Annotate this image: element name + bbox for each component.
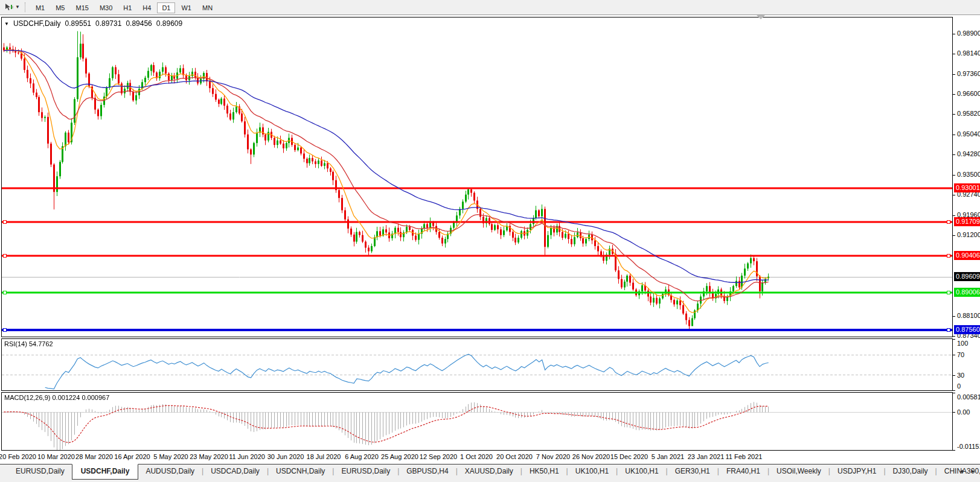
- macd-canvas[interactable]: [2, 393, 952, 450]
- date-axis-label: 18 Jul 2020: [307, 453, 341, 460]
- date-axis-label: 11 Feb 2021: [726, 453, 763, 460]
- chart-tab-fra40-h1[interactable]: FRA40,H1: [719, 465, 767, 478]
- chart-collapse-icon[interactable]: ▼: [4, 21, 9, 27]
- chart-tab-dj30-daily[interactable]: DJ30,Daily: [886, 465, 935, 478]
- chart-shift-marker-icon[interactable]: [757, 15, 765, 19]
- date-axis-label: 7 Nov 2020: [536, 453, 570, 460]
- axis-tick-mark: [953, 135, 955, 135]
- price-chart-canvas[interactable]: [2, 17, 952, 337]
- timeframe-button-w1[interactable]: W1: [176, 2, 196, 13]
- timeframe-button-d1[interactable]: D1: [157, 2, 175, 13]
- date-axis-label: 30 Jun 2020: [267, 453, 304, 460]
- chart-tab-uk100-h1[interactable]: UK100,H1: [618, 465, 665, 478]
- axis-tick-mark: [953, 54, 955, 54]
- axis-tick-mark: [953, 390, 955, 391]
- price-axis-label: 0.95040: [957, 130, 980, 138]
- price-axis-label: 0.91200: [957, 231, 980, 238]
- mt4-window: ▼ M1M5M15M30H1H4D1W1MN ▼ USDCHF,Daily 0.…: [0, 0, 980, 482]
- level-price-badge: 0.91709: [954, 217, 980, 226]
- chart-tab-hk50-h1[interactable]: HK50,H1: [522, 465, 566, 478]
- dropdown-arrow-icon[interactable]: ▼: [15, 5, 20, 10]
- axis-tick-mark: [953, 450, 955, 451]
- axis-tick-mark: [953, 393, 955, 393]
- tab-scroll-right-icon[interactable]: ►: [970, 468, 978, 474]
- price-axis-label: 0.98140: [957, 49, 980, 57]
- price-axis[interactable]: 0.989000.981400.973600.966000.958200.950…: [953, 0, 980, 463]
- macd-indicator-label: MACD(12,26,9) 0.001224 0.000967: [4, 394, 109, 401]
- date-axis-label: 5 Jan 2021: [652, 453, 684, 460]
- timeframe-button-m1[interactable]: M1: [31, 2, 50, 13]
- chart-cursor-tool[interactable]: ▼: [2, 2, 22, 12]
- rsi-axis-label: 0: [957, 382, 961, 390]
- rsi-indicator-panel[interactable]: [1, 338, 953, 391]
- chart-tab-usdcad-daily[interactable]: USDCAD,Daily: [203, 465, 267, 478]
- price-axis-label: 0.96600: [957, 90, 980, 97]
- chart-symbol-label: USDCHF,Daily: [13, 19, 61, 28]
- price-axis-label: 0.88100: [957, 312, 980, 319]
- rsi-axis-label: 70: [957, 351, 964, 358]
- date-axis-label: 23 May 2020: [190, 453, 228, 460]
- axis-tick-mark: [953, 215, 955, 216]
- rsi-indicator-label: RSI(14) 54.7762: [4, 340, 53, 347]
- rsi-axis-label: 30: [957, 372, 964, 379]
- rsi-canvas[interactable]: [2, 339, 952, 390]
- axis-tick-mark: [953, 412, 955, 413]
- axis-tick-mark: [953, 34, 955, 34]
- ohlc-open: 0.89551: [65, 19, 91, 28]
- axis-tick-mark: [953, 316, 955, 317]
- ohlc-low: 0.89456: [126, 19, 152, 28]
- price-axis-label: 0.98900: [957, 30, 980, 37]
- axis-tick-mark: [953, 154, 955, 155]
- current-price-badge: 0.89609: [954, 272, 980, 281]
- timeframe-button-m5[interactable]: M5: [51, 2, 69, 13]
- timeframe-button-m30[interactable]: M30: [95, 2, 117, 13]
- ohlc-close: 0.89609: [156, 19, 182, 28]
- date-axis-label: 16 Apr 2020: [114, 453, 150, 460]
- tab-scroll-arrows: ◄ ►: [959, 468, 978, 474]
- chart-tab-audusd-daily[interactable]: AUDUSD,Daily: [138, 465, 202, 478]
- price-axis-label: 0.94280: [957, 150, 980, 157]
- chart-tab-xauusd-daily[interactable]: XAUUSD,Daily: [458, 465, 520, 478]
- level-price-badge: 0.93001: [954, 183, 980, 192]
- chart-tab-eurusd-daily[interactable]: EURUSD,Daily: [334, 465, 397, 478]
- chart-tab-bar: EURUSD,DailyUSDCHF,DailyAUDUSD,Daily|USD…: [0, 464, 980, 482]
- date-axis-label: 20 Feb 2020: [0, 453, 36, 460]
- date-axis-label: 11 Jun 2020: [229, 453, 265, 460]
- chart-tab-gbpusd-h4[interactable]: GBPUSD,H4: [399, 465, 455, 478]
- date-axis-label: 20 Oct 2020: [496, 453, 533, 460]
- chart-tab-usdcnh-daily[interactable]: USDCNH,Daily: [269, 465, 332, 478]
- chart-tab-eurusd-daily[interactable]: EURUSD,Daily: [8, 465, 72, 478]
- level-price-badge: 0.90406: [954, 251, 980, 260]
- axis-tick-mark: [953, 175, 955, 176]
- axis-tick-mark: [953, 375, 955, 376]
- rsi-axis-label: 100: [957, 340, 968, 347]
- price-axis-label: 0.95820: [957, 110, 980, 117]
- chart-tab-usoil-weekly[interactable]: USOil,Weekly: [769, 465, 828, 478]
- chart-cursor-icon: [4, 3, 14, 11]
- level-price-badge: 0.87560: [954, 325, 980, 334]
- date-axis-label: 1 Oct 2020: [460, 453, 493, 460]
- ohlc-high: 0.89731: [95, 19, 121, 28]
- chart-tab-uk100-h1[interactable]: UK100,H1: [568, 465, 616, 478]
- chart-tab-usdjpy-h1[interactable]: USDJPY,H1: [830, 465, 883, 478]
- timeframe-toolbar: ▼ M1M5M15M30H1H4D1W1MN: [0, 0, 980, 15]
- chart-tab-ger30-h1[interactable]: GER30,H1: [668, 465, 717, 478]
- price-axis-label: 0.97360: [957, 70, 980, 77]
- timeframe-button-mn[interactable]: MN: [197, 2, 217, 13]
- tab-scroll-left-icon[interactable]: ◄: [959, 468, 967, 474]
- macd-indicator-panel[interactable]: [1, 392, 953, 451]
- axis-tick-mark: [953, 195, 955, 195]
- price-chart-panel[interactable]: [1, 17, 953, 337]
- timeframe-button-h1[interactable]: H1: [118, 2, 136, 13]
- date-axis-label: 10 Mar 2020: [37, 453, 75, 460]
- axis-tick-mark: [953, 355, 955, 355]
- timeframe-button-h4[interactable]: H4: [138, 2, 156, 13]
- timeframe-button-m15[interactable]: M15: [71, 2, 93, 13]
- chart-title: ▼ USDCHF,Daily 0.89551 0.89731 0.89456 0…: [4, 19, 182, 28]
- chart-tab-usdchf-daily[interactable]: USDCHF,Daily: [72, 464, 139, 480]
- date-axis-label: 25 Aug 2020: [381, 453, 418, 460]
- time-axis[interactable]: 20 Feb 202010 Mar 202028 Mar 202016 Apr …: [1, 451, 953, 463]
- date-axis-label: 28 Mar 2020: [75, 453, 113, 460]
- axis-tick-mark: [953, 94, 955, 95]
- level-price-badge: 0.89006: [954, 288, 980, 297]
